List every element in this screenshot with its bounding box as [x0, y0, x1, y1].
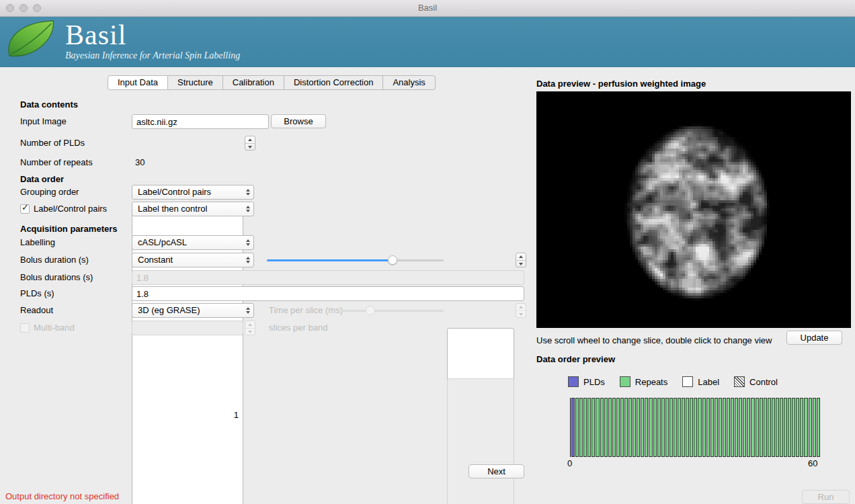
- bolus-duration-row: Bolus duration (s) Constant: [8, 253, 528, 267]
- multiband-row: Multi-band slices per band: [8, 321, 528, 335]
- axis-max-label: 60: [808, 458, 817, 468]
- browse-button[interactable]: Browse: [271, 114, 326, 128]
- legend-repeats: Repeats: [620, 376, 667, 387]
- num-repeats-label: Number of repeats: [20, 155, 93, 170]
- bar-volume: [579, 398, 583, 457]
- num-plds-stepper[interactable]: [245, 136, 255, 151]
- labelling-select[interactable]: cASL/pcASL: [132, 235, 254, 250]
- grouping-order-select[interactable]: Label/Control pairs: [132, 185, 254, 200]
- app-banner: Basil Bayesian Inference for Arterial Sp…: [0, 17, 855, 67]
- stepper-up-icon[interactable]: [245, 136, 255, 143]
- tab-distortion-correction[interactable]: Distortion Correction: [284, 75, 384, 90]
- stepper-up-icon: [245, 321, 255, 328]
- grouping-order-label: Grouping order: [20, 185, 79, 200]
- stepper-down-icon[interactable]: [516, 260, 526, 267]
- data-order-legend: PLDs Repeats Label Control: [568, 376, 792, 387]
- bar-volume: [809, 398, 812, 457]
- control-swatch-icon: [734, 376, 745, 387]
- titlebar: Basil: [0, 0, 855, 17]
- app-subtitle: Bayesian Inference for Arterial Spin Lab…: [65, 50, 240, 61]
- bar-volume: [731, 398, 734, 457]
- bar-volume: [674, 398, 677, 457]
- num-repeats-value: 30: [135, 155, 145, 170]
- zoom-button[interactable]: [33, 4, 41, 12]
- data-order-preview-title: Data order preview: [536, 354, 615, 364]
- bar-volume: [690, 398, 693, 457]
- legend-label: Label: [698, 377, 719, 387]
- bar-volume: [715, 398, 718, 457]
- tab-calibration[interactable]: Calibration: [223, 75, 284, 90]
- bar-volume: [768, 398, 771, 457]
- stepper-up-icon[interactable]: [516, 253, 526, 260]
- bar-volume: [784, 398, 787, 457]
- tab-structure[interactable]: Structure: [168, 75, 223, 90]
- brain-image[interactable]: [605, 116, 786, 306]
- bar-volume: [612, 398, 616, 457]
- chevron-up-down-icon: [246, 253, 250, 267]
- data-order-bars: [570, 398, 820, 457]
- readout-select[interactable]: 3D (eg GRASE): [132, 303, 254, 318]
- bar-volume: [596, 398, 599, 457]
- bar-volume: [624, 398, 628, 457]
- bar-volume: [723, 398, 726, 457]
- bar-volume: [604, 398, 608, 457]
- axis-min-label: 0: [567, 458, 572, 468]
- slider-knob[interactable]: [388, 255, 397, 265]
- label-swatch-icon: [682, 376, 693, 387]
- tab-input-data[interactable]: Input Data: [108, 75, 168, 90]
- multiband-field: [132, 321, 243, 335]
- bolus-mode-value: Constant: [138, 255, 173, 265]
- chevron-up-down-icon: [246, 202, 250, 216]
- multiband-stepper: [245, 321, 255, 335]
- bar-volume: [792, 398, 795, 457]
- bar-volume: [583, 398, 587, 457]
- section-acquisition: Acquisition parameters: [8, 222, 528, 237]
- bolus-durations-row: Bolus durations (s): [8, 270, 528, 285]
- minimize-button[interactable]: [19, 4, 28, 12]
- bolus-duration-stepper[interactable]: [516, 253, 526, 267]
- stepper-down-icon: [245, 328, 255, 335]
- chevron-up-down-icon: [246, 304, 250, 317]
- time-per-slice-slider: [341, 303, 444, 318]
- label-control-label: Label/Control pairs: [34, 202, 107, 216]
- repeats-swatch-icon: [620, 376, 630, 387]
- stepper-down-icon[interactable]: [245, 143, 255, 151]
- next-button[interactable]: Next: [469, 464, 524, 478]
- readout-row: Readout 3D (eg GRASE) Time per slice (ms…: [8, 303, 528, 318]
- bolus-durations-label: Bolus durations (s): [20, 270, 93, 285]
- bar-volume: [747, 398, 750, 457]
- tab-analysis[interactable]: Analysis: [383, 75, 435, 90]
- bar-volume: [628, 398, 632, 457]
- bar-volume: [739, 398, 742, 457]
- app-title: Basil: [65, 19, 240, 50]
- bar-volume: [620, 398, 624, 457]
- bar-volume: [608, 398, 612, 457]
- bar-volume: [633, 398, 636, 457]
- bar-volume: [698, 398, 701, 457]
- input-image-field[interactable]: [132, 114, 269, 129]
- chevron-up-down-icon: [246, 185, 250, 199]
- plds-swatch-icon: [568, 376, 579, 387]
- bar-volume: [764, 398, 767, 457]
- bar-volume: [772, 398, 775, 457]
- section-heading: Acquisition parameters: [20, 222, 118, 237]
- plds-row: PLDs (s): [8, 286, 528, 301]
- label-control-select[interactable]: Label then control: [132, 202, 254, 216]
- bar-volume: [694, 398, 697, 457]
- bolus-mode-select[interactable]: Constant: [132, 253, 254, 267]
- update-button[interactable]: Update: [786, 331, 842, 345]
- bolus-duration-slider[interactable]: [267, 253, 444, 267]
- legend-control: Control: [734, 376, 778, 387]
- label-control-checkbox[interactable]: [20, 204, 30, 214]
- chevron-up-down-icon: [246, 236, 250, 249]
- close-button[interactable]: [6, 4, 14, 12]
- bar-volume: [592, 398, 595, 457]
- bar-volume: [649, 398, 652, 457]
- plds-field[interactable]: [132, 286, 524, 301]
- grouping-order-row: Grouping order Label/Control pairs: [8, 185, 528, 200]
- bar-volume: [575, 398, 579, 457]
- window-title: Basil: [0, 0, 855, 15]
- bar-volume: [796, 398, 799, 457]
- stepper-down-icon: [516, 310, 526, 318]
- bar-volume: [669, 398, 673, 457]
